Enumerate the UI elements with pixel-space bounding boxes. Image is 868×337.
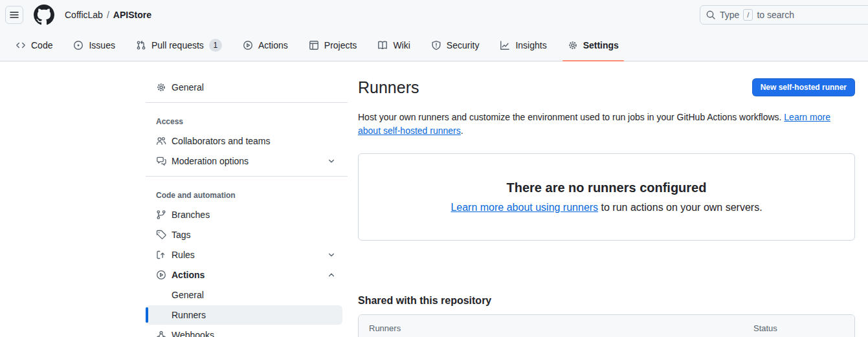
sidebar-item-actions[interactable]: Actions [146, 265, 342, 285]
git-pull-request-icon [136, 40, 146, 50]
tab-actions[interactable]: Actions [234, 30, 297, 61]
play-icon [156, 270, 166, 280]
sidebar-item-label: Moderation options [172, 156, 249, 166]
sidebar-divider [146, 102, 348, 103]
blankslate-text: Learn more about using runners to run ac… [451, 202, 762, 213]
tag-icon [156, 230, 166, 240]
chevron-down-icon [327, 250, 336, 259]
sidebar-section-access: Access [146, 108, 348, 131]
chevron-up-icon [327, 270, 336, 279]
book-icon [377, 40, 388, 50]
code-icon [16, 40, 26, 50]
shared-runners-table: Runners Status [358, 314, 855, 337]
tab-label: Wiki [393, 40, 410, 50]
search-placeholder-prefix: Type [720, 10, 739, 20]
chevron-down-icon [327, 157, 336, 166]
slash-keycap: / [743, 9, 753, 21]
webhook-icon [156, 330, 166, 337]
tab-label: Settings [583, 40, 619, 50]
sidebar-item-moderation[interactable]: Moderation options [146, 151, 342, 171]
sidebar-item-label: Collaborators and teams [172, 136, 271, 146]
search-icon [706, 10, 716, 20]
tab-security[interactable]: Security [422, 30, 489, 61]
tab-label: Pull requests [151, 40, 204, 50]
graph-icon [500, 40, 510, 50]
repo-nav: Code Issues Pull requests 1 Actions Proj… [0, 30, 868, 61]
sidebar-item-rules[interactable]: Rules [146, 245, 342, 265]
tab-wiki[interactable]: Wiki [368, 30, 419, 61]
sidebar-item-label: Rules [172, 250, 195, 260]
three-bars-icon [9, 10, 19, 20]
tab-label: Insights [515, 40, 546, 50]
sidebar-item-branches[interactable]: Branches [146, 205, 342, 224]
tab-label: Code [31, 40, 52, 50]
tab-insights[interactable]: Insights [491, 30, 555, 61]
new-self-hosted-runner-button[interactable]: New self-hosted runner [752, 78, 855, 96]
sidebar-item-label: Runners [172, 310, 206, 320]
breadcrumb-separator: / [107, 10, 109, 20]
sidebar-item-actions-runners[interactable]: Runners [146, 305, 342, 325]
play-icon [243, 40, 253, 50]
runners-settings-panel: Runners New self-hosted runner Host your… [348, 61, 868, 337]
shield-icon [431, 40, 441, 50]
breadcrumb: CofficLab / APIStore [65, 10, 151, 20]
gear-icon [156, 82, 166, 92]
description-text: Host your own runners and customize the … [358, 112, 781, 122]
global-search-input[interactable]: Type / to search [700, 5, 868, 25]
breadcrumb-repo[interactable]: APIStore [113, 10, 151, 20]
table-icon [309, 40, 319, 50]
sidebar-divider [146, 176, 348, 177]
tab-issues[interactable]: Issues [64, 30, 124, 61]
blankslate-suffix: to run actions on your own servers. [598, 202, 762, 213]
runners-description: Host your own runners and customize the … [358, 111, 855, 138]
sidebar-item-label: Webhooks [172, 330, 214, 337]
tab-label: Actions [258, 40, 288, 50]
column-header-runners: Runners [369, 323, 753, 333]
sidebar-item-label: Branches [172, 210, 210, 220]
page-title: Runners [358, 78, 419, 97]
git-branch-icon [156, 210, 166, 220]
tab-code[interactable]: Code [6, 30, 61, 61]
breadcrumb-org[interactable]: CofficLab [65, 10, 103, 20]
no-runners-blankslate: There are no runners configured Learn mo… [358, 153, 855, 241]
pull-requests-count-badge: 1 [209, 39, 222, 52]
rules-icon [156, 250, 166, 260]
sidebar-item-webhooks[interactable]: Webhooks [146, 325, 342, 337]
sidebar-item-collaborators[interactable]: Collaborators and teams [146, 131, 342, 151]
tab-label: Projects [324, 40, 357, 50]
sidebar-item-tags[interactable]: Tags [146, 225, 342, 245]
sidebar-item-actions-general[interactable]: General [146, 285, 342, 305]
people-icon [156, 136, 166, 146]
issue-opened-icon [73, 40, 83, 50]
search-placeholder-suffix: to search [757, 10, 794, 20]
blankslate-heading: There are no runners configured [507, 180, 707, 195]
settings-sidebar: General Access Collaborators and teams M… [146, 61, 348, 337]
tab-projects[interactable]: Projects [300, 30, 366, 61]
sidebar-item-label: General [172, 82, 204, 92]
sidebar-item-label: Tags [172, 230, 191, 240]
sidebar-item-label: General [172, 290, 204, 300]
learn-more-using-runners-link[interactable]: Learn more about using runners [451, 202, 598, 213]
tab-label: Security [447, 40, 480, 50]
app-header: CofficLab / APIStore Type / to search Co… [0, 0, 868, 61]
comment-discussion-icon [156, 156, 166, 166]
description-period: . [461, 125, 463, 136]
tab-label: Issues [89, 40, 115, 50]
shared-section-heading: Shared with this repository [358, 295, 855, 307]
column-header-status: Status [753, 323, 844, 333]
sidebar-item-general[interactable]: General [146, 78, 342, 97]
github-logo-icon[interactable] [34, 5, 54, 25]
sidebar-section-code-automation: Code and automation [146, 182, 348, 204]
tab-pull-requests[interactable]: Pull requests 1 [127, 30, 231, 61]
tab-settings[interactable]: Settings [559, 30, 628, 61]
hamburger-menu-button[interactable] [5, 6, 23, 24]
shared-runners-table-header: Runners Status [359, 315, 854, 337]
gear-icon [568, 40, 578, 50]
sidebar-item-label: Actions [172, 270, 205, 280]
